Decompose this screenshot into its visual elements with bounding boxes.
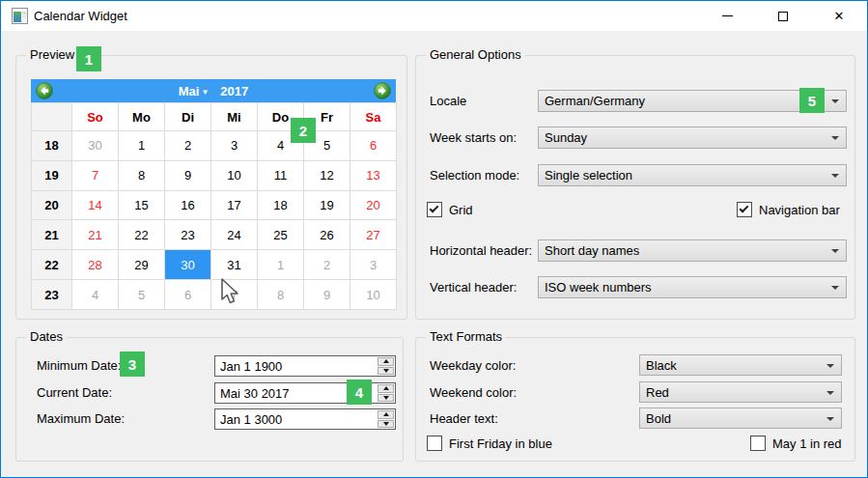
selection-mode-combobox[interactable]: Single selection [538,164,847,186]
first-friday-checkbox-label: First Friday in blue [449,436,552,452]
calendar-day-cell[interactable]: 13 [350,161,397,191]
calendar-day-cell[interactable]: 7 [72,161,119,191]
minimum-date-value: Jan 1 1900 [220,359,282,374]
maximum-date-spinbox[interactable]: Jan 1 3000 [214,408,396,430]
maximize-button[interactable] [755,1,811,31]
calendar-day-cell[interactable]: 6 [350,131,397,161]
calendar-day-cell[interactable]: 3 [211,131,258,161]
weekday-color-combobox[interactable]: Black [639,354,842,376]
current-date-label: Current Date: [37,381,112,404]
calendar-day-cell[interactable]: 5 [119,280,165,310]
chevron-down-icon [831,99,839,103]
maximum-date-value: Jan 1 3000 [220,412,282,427]
chevron-down-icon [831,136,839,140]
weekend-color-combobox[interactable]: Red [639,381,842,403]
chevron-down-icon [826,364,834,368]
calendar-day-cell[interactable]: 1 [258,250,304,280]
next-month-button[interactable] [374,82,391,99]
current-date-up-button[interactable] [378,384,394,393]
calendar-day-cell[interactable]: 14 [72,191,119,221]
header-text-value: Bold [646,411,671,426]
weekday-color-label: Weekday color: [430,354,516,377]
app-window-icon [12,8,28,24]
calendar-day-cell[interactable]: 24 [211,220,258,250]
month-year-button[interactable]: Mai ▼ 2017 [179,84,249,98]
title-bar: Calendar Widget ✕ [1,1,867,31]
calendar-week-number: 21 [32,220,72,250]
maximum-date-up-button[interactable] [378,410,394,419]
calendar-day-cell[interactable]: 25 [258,220,304,250]
calendar-day-cell[interactable]: 21 [72,220,119,250]
vertical-header-combobox[interactable]: ISO week numbers [538,276,847,298]
may1-checkbox-label: May 1 in red [772,436,842,452]
calendar-day-cell[interactable]: 8 [119,161,165,191]
week-starts-combobox[interactable]: Sunday [538,127,847,149]
calendar-day-cell[interactable]: 22 [119,220,165,250]
minimum-date-spinbox[interactable]: Jan 1 1900 [214,355,396,377]
calendar-day-cell[interactable]: 17 [211,191,258,221]
minimize-button[interactable] [699,1,755,31]
calendar-day-header-di: Di [165,103,211,131]
horizontal-header-label: Horizontal header: [430,239,532,262]
calendar-day-cell[interactable]: 15 [119,191,165,221]
minimum-date-down-button[interactable] [378,367,394,376]
calendar-day-cell[interactable]: 6 [165,280,211,310]
header-text-combobox[interactable]: Bold [639,408,842,429]
calendar-day-cell[interactable]: 11 [258,161,304,191]
calendar-day-cell[interactable]: 18 [258,191,304,221]
calendar-day-cell[interactable]: 26 [304,220,350,250]
maximum-date-down-button[interactable] [378,420,394,429]
calendar-day-cell[interactable]: 9 [165,161,211,191]
weekend-color-label: Weekend color: [430,381,517,404]
calendar-day-cell[interactable]: 8 [258,280,304,310]
calendar-day-cell[interactable]: 30 [72,131,119,161]
calendar-day-cell[interactable]: 10 [350,280,397,310]
calendar-day-cell[interactable]: 9 [304,280,350,310]
month-label: Mai [179,84,200,98]
minimum-date-up-button[interactable] [378,357,394,366]
grid-checkbox[interactable] [427,202,442,217]
horizontal-header-combobox[interactable]: Short day names [538,239,847,262]
calendar-day-cell[interactable]: 10 [211,161,258,191]
calendar-day-cell[interactable]: 16 [165,191,211,221]
chevron-down-icon [826,391,834,395]
calendar-day-cell[interactable]: 28 [72,250,119,280]
calendar-week-number: 23 [32,280,72,310]
calendar-day-cell[interactable]: 3 [350,250,397,280]
prev-month-button[interactable] [36,82,53,99]
selection-mode-label: Selection mode: [430,164,519,186]
calendar-navigation-bar: Mai ▼ 2017 [31,79,396,102]
caption-buttons: ✕ [699,1,867,31]
calendar-day-cell[interactable]: 2 [165,131,211,161]
current-date-down-button[interactable] [378,394,394,403]
calendar-day-cell[interactable]: 19 [304,191,350,221]
navigation-bar-checkbox[interactable] [737,202,752,217]
calendar-day-cell[interactable]: 20 [350,191,397,221]
calendar-day-cell[interactable]: 4 [72,280,119,310]
calendar-day-header-mi: Mi [211,103,258,131]
calendar-day-cell[interactable]: 31 [211,250,258,280]
current-date-value: Mai 30 2017 [220,386,290,401]
maximum-date-label: Maximum Date: [37,408,125,430]
close-button[interactable]: ✕ [811,1,867,31]
header-text-label: Header text: [430,408,498,430]
horizontal-header-value: Short day names [545,243,639,258]
week-starts-label: Week starts on: [430,127,517,149]
calendar-day-cell[interactable]: 23 [165,220,211,250]
locale-value: German/Germany [545,94,645,108]
calendar-day-cell[interactable]: 2 [304,250,350,280]
calendar-day-cell[interactable]: 1 [119,131,165,161]
chevron-down-icon [831,249,839,253]
chevron-down-icon: ▼ [201,89,209,97]
may1-checkbox[interactable] [750,436,766,451]
chevron-down-icon [831,174,839,178]
calendar-day-cell[interactable]: 12 [304,161,350,191]
up-arrow-icon [383,386,389,390]
calendar-day-cell[interactable]: 29 [119,250,165,280]
mouse-arrow-cursor [220,278,243,307]
up-arrow-icon [383,359,389,363]
calendar-day-cell[interactable]: 30 [165,250,211,280]
calendar-day-cell[interactable]: 27 [350,220,397,250]
chevron-down-icon [826,417,834,421]
first-friday-checkbox[interactable] [427,436,442,451]
